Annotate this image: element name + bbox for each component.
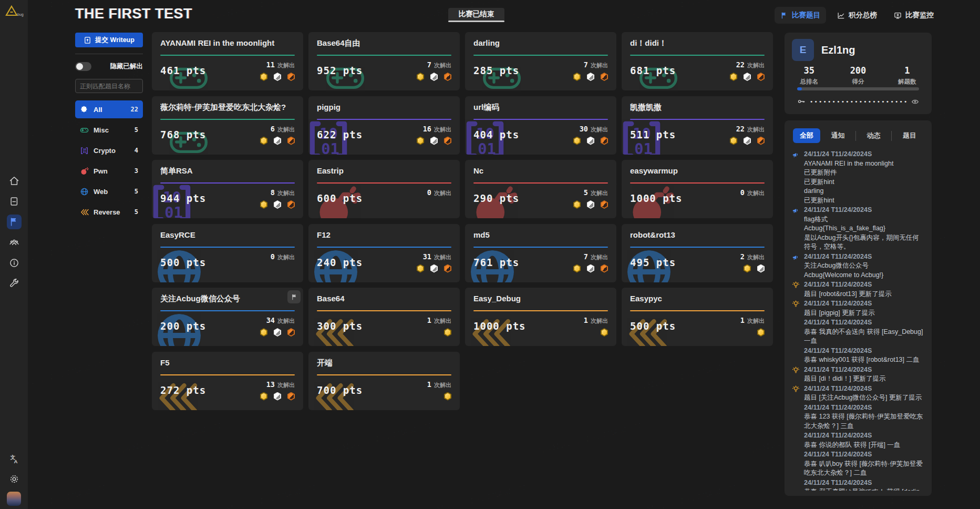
sidebar-nav-flag[interactable] <box>7 215 22 229</box>
activity-line: 已更新hint <box>804 196 924 206</box>
blood-medals <box>260 392 295 401</box>
challenge-card[interactable]: Nc290 pts5次解出 <box>465 160 616 218</box>
activity-line: 恭喜 叭叭boy 获得 [薇尔莉特·伊芙加登爱吃东北大杂烩？] 二血 <box>804 460 924 478</box>
sidebar-nav-home[interactable] <box>7 174 22 188</box>
bronze-medal-icon <box>287 200 295 209</box>
tab-divider <box>855 131 856 141</box>
blood-medals <box>444 328 451 337</box>
silver-medal-icon <box>274 392 281 401</box>
challenge-points: 511 pts <box>630 129 676 140</box>
challenge-card[interactable]: Easypyc500 pts1次解出 <box>622 288 773 346</box>
sidebar-nav-document[interactable] <box>7 194 22 209</box>
challenge-card[interactable]: 1001pigpig622 pts16次解出 <box>308 96 460 155</box>
category-color-line <box>630 182 765 184</box>
sidebar-item-web[interactable]: Web5 <box>75 182 143 200</box>
gold-medal-icon <box>730 137 737 145</box>
challenge-card[interactable]: AYANAMI REI in the moonlight461 pts11次解出 <box>152 32 303 90</box>
silver-medal-icon <box>744 73 751 81</box>
solve-count: 0次解出 <box>740 188 765 197</box>
solve-count: 1次解出 <box>740 316 765 325</box>
activity-item: 24/11/24 T11/24/2024S恭喜 whisky001 获得 [ro… <box>792 347 924 365</box>
hide-solved-toggle[interactable] <box>75 62 91 71</box>
sidebar-item-misc[interactable]: Misc5 <box>75 121 143 139</box>
view-tab-1[interactable]: 比赛题目 <box>775 7 826 24</box>
activity-line: 恭喜 你说的都队 获得 [开端] 一血 <box>804 441 924 450</box>
solve-count: 31次解出 <box>423 252 451 261</box>
challenge-title: Base64 <box>317 294 451 303</box>
challenge-card[interactable]: F12240 pts31次解出 <box>308 224 460 282</box>
challenge-card[interactable]: robot&rot13495 pts2次解出 <box>622 224 773 282</box>
activity-timestamp: 24/11/24 T11/24/2024S <box>804 347 924 356</box>
sidebar-translate-button[interactable]: 文A <box>7 452 22 466</box>
activity-text: 24/11/24 T11/24/2024S题目 [robot&rot13] 更新… <box>804 280 924 299</box>
watermark-text: 0193521-29ec7-2063-5714-a0a600 <box>211 483 317 509</box>
activity-tab-1[interactable]: 全部 <box>793 128 820 143</box>
activity-list: 24/11/24 T11/24/2024SAYANAMI REI in the … <box>792 150 924 491</box>
challenge-card[interactable]: Easy_Debug1000 pts1次解出 <box>465 288 616 346</box>
hide-solved-row: 隐藏已解出 <box>75 60 143 72</box>
tab-divider <box>891 131 892 141</box>
sidebar-user-avatar[interactable] <box>7 492 21 506</box>
sidebar-nav-tools[interactable] <box>7 276 22 291</box>
sidebar-item-crypto[interactable]: 1001Crypto4 <box>75 141 143 159</box>
challenge-card[interactable]: Eastrip600 pts0次解出 <box>308 160 460 218</box>
gold-medal-icon <box>260 137 267 145</box>
sidebar-item-reverse[interactable]: Reverse5 <box>75 203 143 221</box>
challenge-card[interactable]: di！didi！681 pts22次解出 <box>622 32 773 90</box>
challenge-card[interactable]: Base64自由952 pts7次解出 <box>308 32 460 90</box>
activity-tab-2[interactable]: 通知 <box>824 128 852 143</box>
gold-medal-icon <box>260 392 267 401</box>
activity-line: 已更新附件 <box>804 168 924 178</box>
category-color-line <box>630 119 765 120</box>
challenge-search-input[interactable] <box>75 79 143 93</box>
view-tabs: 比赛题目积分总榜比赛监控 <box>775 7 940 24</box>
category-color-line <box>160 119 295 120</box>
bronze-medal-icon <box>287 392 295 401</box>
challenge-card[interactable]: 开端700 pts1次解出 <box>308 352 460 410</box>
view-tab-3[interactable]: 比赛监控 <box>888 7 940 24</box>
second-blood-medal-icon <box>792 451 800 459</box>
sidebar-nav-info[interactable] <box>7 256 22 270</box>
user-avatar[interactable]: E <box>792 39 814 61</box>
writeup-icon <box>84 36 91 44</box>
acbug-logo-icon[interactable]: bug <box>5 5 25 18</box>
challenge-card[interactable]: 1001url编码404 pts30次解出 <box>465 96 616 155</box>
challenge-points: 285 pts <box>473 65 519 76</box>
activity-timestamp: 24/11/24 T11/24/2024S <box>804 450 924 460</box>
challenge-card[interactable]: darling285 pts7次解出 <box>465 32 616 90</box>
challenge-card[interactable]: F5272 pts13次解出 <box>152 352 303 410</box>
challenge-card[interactable]: 1001简单RSA944 pts8次解出 <box>152 160 303 218</box>
svg-text:01: 01 <box>83 150 86 154</box>
sidebar-nav-team[interactable] <box>7 235 22 250</box>
activity-line: 题目 [关注Acbug微信公众号] 更新了提示 <box>804 393 924 403</box>
blood-medals <box>744 264 765 273</box>
category-count: 22 <box>131 106 138 113</box>
submit-writeup-button[interactable]: 提交 Writeup <box>75 33 143 47</box>
sidebar-item-all[interactable]: All22 <box>75 100 143 118</box>
challenge-card[interactable]: EasyRCE500 pts0次解出 <box>152 224 303 282</box>
challenge-points: 200 pts <box>160 320 206 332</box>
view-tab-label: 比赛题目 <box>792 11 820 20</box>
challenge-card[interactable]: easywarmup1000 pts0次解出 <box>622 160 773 218</box>
challenge-card[interactable]: Base64300 pts1次解出 <box>308 288 460 346</box>
category-list: All22Misc51001Crypto4Pwn3Web5Reverse5 <box>75 100 143 221</box>
solved-flag-badge <box>287 290 301 303</box>
sidebar-brightness-button[interactable] <box>7 472 22 486</box>
activity-tab-4[interactable]: 题目 <box>896 128 923 143</box>
user-stat: 200得分 <box>833 65 882 86</box>
challenge-card[interactable]: 薇尔莉特·伊芙加登爱吃东北大杂烩?768 pts6次解出 <box>152 96 303 155</box>
sidebar-item-pwn[interactable]: Pwn3 <box>75 162 143 180</box>
challenge-card[interactable]: 关注Acbug微信公众号200 pts34次解出 <box>152 288 303 346</box>
activity-text: 24/11/24 T11/24/2024S恭喜 叭叭boy 获得 [薇尔莉特·伊… <box>804 450 924 478</box>
activity-text: 24/11/24 T11/24/2024S恭喜 我真的不会送向 获得 [Easy… <box>804 318 924 346</box>
view-tab-2[interactable]: 积分总榜 <box>831 7 883 24</box>
challenge-card[interactable]: 1001凯撒凯撒511 pts22次解出 <box>622 96 773 155</box>
activity-tab-3[interactable]: 动态 <box>860 128 888 143</box>
activity-timestamp: 24/11/24 T11/24/2024S <box>804 479 924 488</box>
contest-status-badge: 比赛已结束 <box>448 8 504 21</box>
watermark-text: 0193521-29ec7-2063-5714-a0a600 <box>116 421 222 455</box>
solve-count: 11次解出 <box>266 60 295 69</box>
reveal-token-eye-icon[interactable] <box>911 98 919 106</box>
challenge-card[interactable]: md5761 pts7次解出 <box>465 224 616 282</box>
info-icon <box>9 258 19 268</box>
